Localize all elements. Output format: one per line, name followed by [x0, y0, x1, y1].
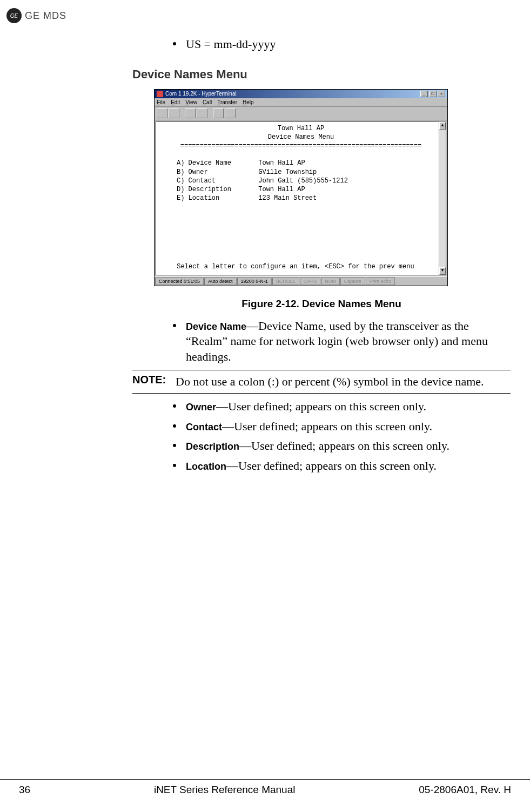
terminal-row: A) Device Name Town Hall AP: [157, 159, 445, 167]
terminal-divider: ========================================…: [157, 141, 445, 150]
figure-caption: Figure 2-12. Device Names Menu: [132, 298, 511, 310]
footer-title: iNET Series Reference Manual: [154, 784, 296, 796]
menu-edit[interactable]: Edit: [171, 99, 180, 105]
bullet-text: Owner—User defined; appears on this scre…: [186, 399, 426, 415]
bullet-icon: [173, 42, 176, 45]
status-caps: CAPS: [300, 278, 321, 285]
terminal-row: D) Description Town Hall AP: [157, 185, 445, 194]
scrollbar-vertical[interactable]: ▲ ▼: [439, 121, 446, 275]
bullet-text: Description—User defined; appears on thi…: [186, 438, 450, 454]
status-printecho: Print echo: [366, 278, 395, 285]
toolbar-button[interactable]: [185, 109, 196, 118]
toolbar-button[interactable]: [197, 109, 207, 118]
terminal-row: B) Owner GVille Township: [157, 168, 445, 177]
def-contact: Contact—User defined; appears on this sc…: [173, 419, 511, 435]
scroll-up-icon[interactable]: ▲: [439, 122, 446, 130]
close-button[interactable]: ×: [438, 91, 445, 97]
note-label: NOTE:: [132, 374, 176, 390]
terminal-row: E) Location 123 Main Street: [157, 194, 445, 202]
toolbar-button[interactable]: [169, 109, 179, 118]
status-capture: Capture: [340, 278, 365, 285]
terminal-blank: [157, 150, 445, 159]
def-owner: Owner—User defined; appears on this scre…: [173, 399, 511, 415]
scroll-down-icon[interactable]: ▼: [439, 267, 446, 275]
footer-page: 36: [19, 784, 30, 796]
bullet-icon: [173, 324, 176, 327]
minimize-button[interactable]: _: [420, 91, 428, 97]
status-num: NUM: [321, 278, 340, 285]
menu-call[interactable]: Call: [203, 99, 212, 105]
page-footer: 36 iNET Series Reference Manual 05-2806A…: [0, 779, 530, 796]
ge-icon: GE: [6, 8, 22, 23]
bullet-text: Location—User defined; appears on this s…: [186, 458, 437, 474]
menu-help[interactable]: Help: [243, 99, 254, 105]
status-setting: 19200 8-N-1: [237, 278, 272, 285]
bullet-us-format: US = mm-dd-yyyy: [173, 37, 511, 52]
status-scroll: SCROLL: [272, 278, 299, 285]
toolbar-button[interactable]: [157, 109, 167, 118]
bullet-text: US = mm-dd-yyyy: [186, 37, 276, 52]
status-bar: Connected 0:51:05 Auto detect 19200 8-N-…: [155, 276, 447, 286]
bullet-icon: [173, 404, 176, 408]
def-location: Location—User defined; appears on this s…: [173, 458, 511, 474]
terminal-header: Town Hall AP: [157, 124, 445, 133]
brand-logo: GE GE MDS: [6, 8, 66, 23]
menu-transfer[interactable]: Transfer: [217, 99, 237, 105]
terminal-header2: Device Names Menu: [157, 133, 445, 141]
section-heading: Device Names Menu: [132, 67, 511, 82]
status-connected: Connected 0:51:05: [155, 278, 204, 285]
def-device-name: Device Name—Device Name, used by the tra…: [173, 319, 511, 365]
terminal-row: C) Contact John Galt (585)555-1212: [157, 177, 445, 185]
app-icon: [157, 91, 163, 97]
menu-view[interactable]: View: [185, 99, 197, 105]
maximize-button[interactable]: □: [429, 91, 437, 97]
terminal-area[interactable]: Town Hall AP Device Names Menu =========…: [156, 121, 446, 275]
bullet-text: Device Name—Device Name, used by the tra…: [186, 319, 511, 365]
bullet-icon: [173, 464, 176, 467]
title-bar: Com 1 19.2K - HyperTerminal _ □ ×: [155, 90, 447, 98]
status-detect: Auto detect: [204, 278, 237, 285]
brand-text: GE MDS: [25, 10, 66, 22]
menu-file[interactable]: File: [157, 99, 165, 105]
bullet-icon: [173, 424, 176, 428]
def-description: Description—User defined; appears on thi…: [173, 438, 511, 454]
toolbar: [155, 107, 447, 120]
window-title: Com 1 19.2K - HyperTerminal: [165, 91, 237, 97]
menu-bar: File Edit View Call Transfer Help: [155, 98, 447, 107]
toolbar-button[interactable]: [213, 109, 224, 118]
bullet-text: Contact—User defined; appears on this sc…: [186, 419, 432, 435]
note-block: NOTE: Do not use a colon (:) or percent …: [132, 370, 511, 394]
terminal-prompt: Select a letter to configure an item, <E…: [156, 263, 435, 270]
footer-doc: 05-2806A01, Rev. H: [419, 784, 511, 796]
note-text: Do not use a colon (:) or percent (%) sy…: [176, 374, 484, 390]
bullet-icon: [173, 444, 176, 447]
hyperterminal-window: Com 1 19.2K - HyperTerminal _ □ × File E…: [154, 89, 448, 286]
toolbar-button[interactable]: [225, 109, 236, 118]
